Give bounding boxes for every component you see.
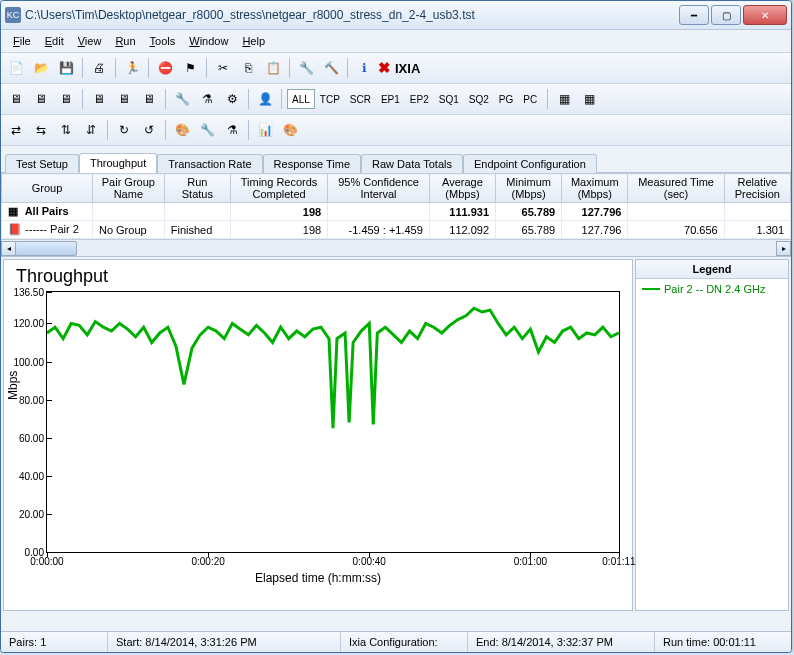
x-tick-label: 0:00:20 — [191, 556, 224, 567]
x-tick-label: 0:01:11 — [602, 556, 635, 567]
arrow-icon[interactable]: ⇄ — [5, 119, 27, 141]
cell: 65.789 — [496, 221, 562, 239]
separator — [248, 120, 249, 140]
new-icon[interactable]: 📄 — [5, 57, 27, 79]
tab-raw-data-totals[interactable]: Raw Data Totals — [361, 154, 463, 173]
filter-tcp[interactable]: TCP — [315, 89, 345, 109]
column-header[interactable]: RelativePrecision — [724, 174, 790, 203]
menu-run[interactable]: Run — [109, 33, 141, 49]
filter-ep1[interactable]: EP1 — [376, 89, 405, 109]
separator — [281, 89, 282, 109]
endpoint-icon[interactable]: 🖥 — [138, 88, 160, 110]
endpoint-icon[interactable]: 🖥 — [113, 88, 135, 110]
cell: 127.796 — [562, 203, 628, 221]
column-header[interactable]: Timing RecordsCompleted — [230, 174, 327, 203]
x-tick-label: 0:01:00 — [514, 556, 547, 567]
info-icon[interactable]: ℹ — [353, 57, 375, 79]
run-icon[interactable]: 🏃 — [121, 57, 143, 79]
grid-scrollbar[interactable]: ◂ ▸ — [1, 239, 791, 256]
tab-response-time[interactable]: Response Time — [263, 154, 361, 173]
flag-icon[interactable]: ⚑ — [179, 57, 201, 79]
column-header[interactable]: Group — [2, 174, 93, 203]
filter-sq1[interactable]: SQ1 — [434, 89, 464, 109]
arrow-icon[interactable]: ⇅ — [55, 119, 77, 141]
menu-window[interactable]: Window — [183, 33, 234, 49]
tab-transaction-rate[interactable]: Transaction Rate — [157, 154, 262, 173]
tool-icon[interactable]: 🔧 — [196, 119, 218, 141]
endpoint-icon[interactable]: 🖥 — [5, 88, 27, 110]
filter-ep2[interactable]: EP2 — [405, 89, 434, 109]
y-tick-label: 136.50 — [13, 287, 44, 298]
brand-text: IXIA — [395, 61, 420, 76]
copy-icon[interactable]: ⎘ — [237, 57, 259, 79]
tool-icon[interactable]: ⚗ — [221, 119, 243, 141]
tool-icon[interactable]: 🔧 — [295, 57, 317, 79]
minimize-button[interactable]: ━ — [679, 5, 709, 25]
save-icon[interactable]: 💾 — [55, 57, 77, 79]
menu-edit[interactable]: Edit — [39, 33, 70, 49]
legend-panel: Legend Pair 2 -- DN 2.4 GHz — [635, 259, 789, 611]
tool-icon[interactable]: ⚙ — [221, 88, 243, 110]
endpoint-icon[interactable]: 🖥 — [55, 88, 77, 110]
misc-icon[interactable]: ▦ — [578, 88, 600, 110]
menu-file[interactable]: File — [7, 33, 37, 49]
tab-endpoint-configuration[interactable]: Endpoint Configuration — [463, 154, 597, 173]
menu-tools[interactable]: Tools — [144, 33, 182, 49]
throughput-chart: Throughput Mbps 0.0020.0040.0060.0080.00… — [3, 259, 633, 611]
results-grid: GroupPair GroupNameRunStatusTiming Recor… — [1, 173, 791, 257]
cell: No Group — [92, 221, 164, 239]
column-header[interactable]: Minimum(Mbps) — [496, 174, 562, 203]
tab-strip: Test SetupThroughputTransaction RateResp… — [1, 146, 791, 173]
table-row[interactable]: ▦ All Pairs198111.93165.789127.796 — [2, 203, 791, 221]
cut-icon[interactable]: ✂ — [212, 57, 234, 79]
endpoint-icon[interactable]: 🖥 — [30, 88, 52, 110]
scroll-thumb[interactable] — [15, 241, 77, 256]
arrow-icon[interactable]: ⇵ — [80, 119, 102, 141]
stop-icon[interactable]: ⛔ — [154, 57, 176, 79]
separator — [148, 58, 149, 78]
column-header[interactable]: Maximum(Mbps) — [562, 174, 628, 203]
column-header[interactable]: Measured Time(sec) — [628, 174, 724, 203]
tab-throughput[interactable]: Throughput — [79, 153, 157, 173]
arrow-icon[interactable]: ↺ — [138, 119, 160, 141]
maximize-button[interactable]: ▢ — [711, 5, 741, 25]
scroll-left-icon[interactable]: ◂ — [1, 241, 16, 256]
separator — [82, 58, 83, 78]
tool-icon[interactable]: ⚗ — [196, 88, 218, 110]
tool-icon[interactable]: 🔧 — [171, 88, 193, 110]
filter-scr[interactable]: SCR — [345, 89, 376, 109]
scroll-right-icon[interactable]: ▸ — [776, 241, 791, 256]
tool-icon[interactable]: 🔨 — [320, 57, 342, 79]
chart-icon[interactable]: 📊 — [254, 119, 276, 141]
filter-all[interactable]: ALL — [287, 89, 315, 109]
menu-view[interactable]: View — [72, 33, 108, 49]
arrow-icon[interactable]: ⇆ — [30, 119, 52, 141]
separator — [206, 58, 207, 78]
paste-icon[interactable]: 📋 — [262, 57, 284, 79]
open-icon[interactable]: 📂 — [30, 57, 52, 79]
palette-icon[interactable]: 🎨 — [279, 119, 301, 141]
palette-icon[interactable]: 🎨 — [171, 119, 193, 141]
filter-pg[interactable]: PG — [494, 89, 518, 109]
close-button[interactable]: ✕ — [743, 5, 787, 25]
app-window: KC C:\Users\Tim\Desktop\netgear_r8000_st… — [0, 0, 792, 653]
y-axis-label: Mbps — [6, 371, 20, 400]
endpoint-icon[interactable]: 🖥 — [88, 88, 110, 110]
print-icon[interactable]: 🖨 — [88, 57, 110, 79]
arrow-icon[interactable]: ↻ — [113, 119, 135, 141]
x-axis-label: Elapsed time (h:mm:ss) — [8, 571, 628, 585]
column-header[interactable]: Average(Mbps) — [429, 174, 495, 203]
user-icon[interactable]: 👤 — [254, 88, 276, 110]
tab-test-setup[interactable]: Test Setup — [5, 154, 79, 173]
filter-pc[interactable]: PC — [518, 89, 542, 109]
column-header[interactable]: 95% ConfidenceInterval — [328, 174, 430, 203]
line-series — [47, 292, 619, 552]
table-row[interactable]: 📕 ------ Pair 2No GroupFinished198-1.459… — [2, 221, 791, 239]
column-header[interactable]: RunStatus — [164, 174, 230, 203]
separator — [347, 58, 348, 78]
menu-help[interactable]: Help — [236, 33, 271, 49]
misc-icon[interactable]: ▦ — [553, 88, 575, 110]
column-header[interactable]: Pair GroupName — [92, 174, 164, 203]
cell: 1.301 — [724, 221, 790, 239]
filter-sq2[interactable]: SQ2 — [464, 89, 494, 109]
